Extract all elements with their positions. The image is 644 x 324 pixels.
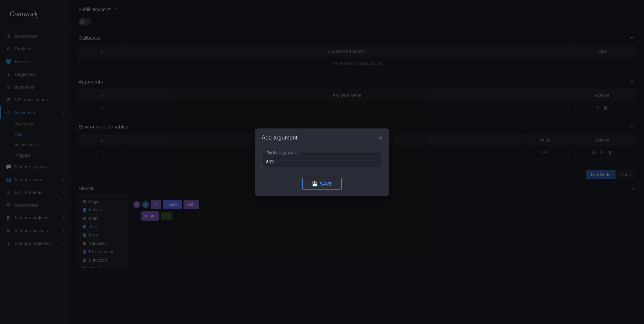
modal-overlay: Add argument × Put the arg's name 💾 SAVE bbox=[0, 0, 644, 324]
save-icon: 💾 bbox=[312, 181, 318, 186]
modal-close-button[interactable]: × bbox=[378, 134, 382, 141]
modal-body: Put the arg's name bbox=[255, 146, 389, 174]
modal-title: Add argument bbox=[262, 134, 298, 141]
arg-name-input-label: Put the arg's name bbox=[265, 151, 299, 155]
modal-header: Add argument × bbox=[255, 128, 389, 146]
arg-name-input-group: Put the arg's name bbox=[262, 153, 382, 167]
arg-name-input[interactable] bbox=[266, 159, 378, 164]
save-button-label: SAVE bbox=[320, 181, 332, 186]
modal-footer: 💾 SAVE bbox=[255, 174, 389, 196]
save-button[interactable]: 💾 SAVE bbox=[302, 178, 341, 190]
add-argument-modal: Add argument × Put the arg's name 💾 SAVE bbox=[255, 128, 389, 196]
